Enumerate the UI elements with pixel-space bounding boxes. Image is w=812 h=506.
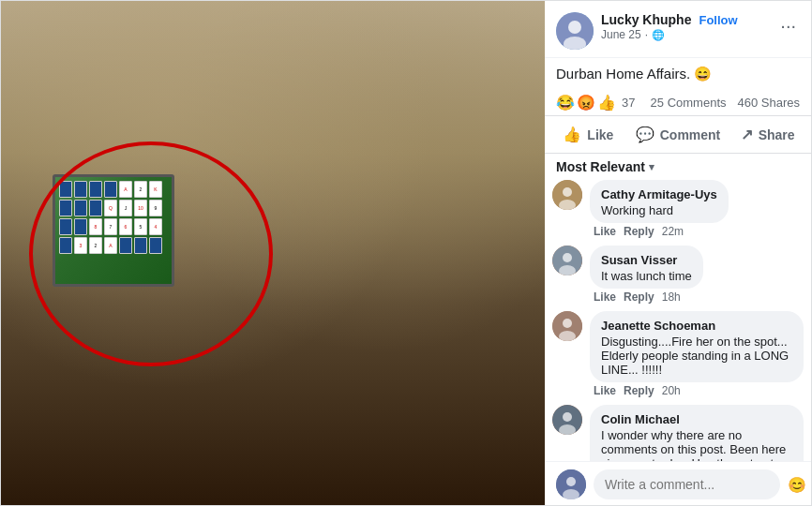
comment-text: Working hard [601, 203, 717, 217]
comment-item: Cathy Armitage-Uys Working hard Like Rep… [552, 180, 804, 238]
comment-body: Jeanette Schoeman Disgusting....Fire her… [590, 311, 804, 397]
comment-item: Colin Michael I wonder why there are no … [552, 405, 804, 461]
comment-reply-button[interactable]: Reply [624, 290, 654, 304]
like-icon: 👍 [563, 126, 581, 143]
comment-actions: Like Reply 22m [590, 225, 804, 238]
share-icon: ↗ [741, 126, 753, 143]
poster-name: Lucky Khuphe [601, 12, 691, 27]
poster-avatar [556, 12, 594, 50]
laugh-emoji: 😂 [556, 94, 575, 112]
comment-text: I wonder why there are no comments on th… [601, 428, 792, 461]
like-emoji: 👍 [597, 94, 616, 112]
comment-avatar [552, 180, 582, 210]
dot-separator: · [645, 28, 648, 41]
reaction-count: 37 [622, 96, 635, 110]
chevron-down-icon: ▾ [649, 161, 654, 173]
comment-bubble: Susan Visser It was lunch time [590, 246, 703, 289]
svg-point-13 [563, 412, 572, 422]
comment-input-row: 😊 📷 GIF 🏷 [545, 461, 811, 506]
comments-count[interactable]: 25 Comments [651, 96, 727, 110]
emoji-icon[interactable]: 😊 [788, 476, 806, 494]
svg-point-1 [568, 21, 581, 34]
follow-button[interactable]: Follow [699, 13, 737, 27]
comment-time: 18h [662, 290, 681, 304]
reaction-stats: 25 Comments 460 Shares [651, 96, 800, 110]
post-date: June 25 [601, 28, 641, 41]
post-header: Lucky Khuphe Follow June 25 · 🌐 ··· [545, 1, 811, 58]
svg-point-19 [566, 477, 576, 486]
filter-row[interactable]: Most Relevant ▾ [545, 154, 811, 176]
filter-label: Most Relevant [556, 159, 645, 174]
comment-actions: Like Reply 20h [590, 384, 804, 397]
comment-time: 20h [662, 384, 681, 397]
comment-body: Susan Visser It was lunch time Like Repl… [590, 246, 804, 304]
current-user-avatar [556, 469, 586, 499]
commenter-name: Jeanette Schoeman [601, 319, 715, 333]
comment-avatar [552, 311, 582, 341]
header-info: Lucky Khuphe Follow June 25 · 🌐 [601, 12, 776, 41]
post-image: A 2 K Q J 10 9 8 7 [1, 1, 545, 506]
input-icons: 😊 📷 GIF 🏷 [788, 476, 811, 494]
share-label: Share [759, 127, 795, 142]
comment-bubble: Jeanette Schoeman Disgusting....Fire her… [590, 311, 804, 382]
svg-point-7 [563, 253, 572, 262]
comment-reply-button[interactable]: Reply [624, 225, 654, 238]
post-meta: June 25 · 🌐 [601, 28, 776, 41]
comment-item: Jeanette Schoeman Disgusting....Fire her… [552, 311, 804, 397]
post-card: A 2 K Q J 10 9 8 7 [0, 0, 812, 506]
post-sidebar: Lucky Khuphe Follow June 25 · 🌐 ··· Durb… [545, 1, 811, 506]
comment-like-button[interactable]: Like [594, 384, 616, 397]
privacy-icon: 🌐 [652, 29, 665, 41]
comment-body: Cathy Armitage-Uys Working hard Like Rep… [590, 180, 804, 238]
share-button[interactable]: ↗ Share [728, 120, 807, 149]
comment-avatar [552, 246, 582, 275]
like-button[interactable]: 👍 Like [549, 120, 628, 149]
reaction-icons: 😂 😡 👍 37 [556, 94, 635, 112]
angry-emoji: 😡 [577, 94, 595, 112]
commenter-name: Susan Visser [601, 253, 677, 267]
comment-body: Colin Michael I wonder why there are no … [590, 405, 804, 461]
comment-time: 22m [662, 225, 684, 238]
commenter-name: Colin Michael [601, 412, 680, 426]
shares-count[interactable]: 460 Shares [738, 96, 801, 110]
comment-text: Disgusting....Fire her on the spot... El… [601, 335, 792, 377]
comment-actions: Like Reply 18h [590, 290, 804, 304]
action-bar: 👍 Like 💬 Comment ↗ Share [545, 115, 811, 154]
svg-point-4 [563, 187, 572, 197]
like-label: Like [587, 127, 613, 142]
svg-point-10 [563, 319, 572, 328]
post-text: Durban Home Affairs. 😄 [545, 58, 811, 90]
comment-bubble: Cathy Armitage-Uys Working hard [590, 180, 729, 223]
comment-reply-button[interactable]: Reply [624, 384, 654, 397]
more-options-button[interactable]: ··· [776, 12, 800, 38]
comment-label: Comment [660, 127, 721, 142]
comment-avatar [552, 405, 582, 435]
comment-input[interactable] [594, 469, 780, 499]
comment-text: It was lunch time [601, 269, 692, 283]
comment-bubble: Colin Michael I wonder why there are no … [590, 405, 804, 461]
comment-like-button[interactable]: Like [594, 225, 616, 238]
commenter-name: Cathy Armitage-Uys [601, 187, 717, 201]
highlight-circle [29, 141, 273, 366]
reactions-row: 😂 😡 👍 37 25 Comments 460 Shares [545, 90, 811, 115]
comments-area[interactable]: Cathy Armitage-Uys Working hard Like Rep… [545, 176, 811, 461]
comment-button[interactable]: 💬 Comment [636, 120, 721, 149]
comment-like-button[interactable]: Like [594, 290, 616, 304]
comment-icon: 💬 [636, 126, 654, 143]
comment-item: Susan Visser It was lunch time Like Repl… [552, 246, 804, 304]
